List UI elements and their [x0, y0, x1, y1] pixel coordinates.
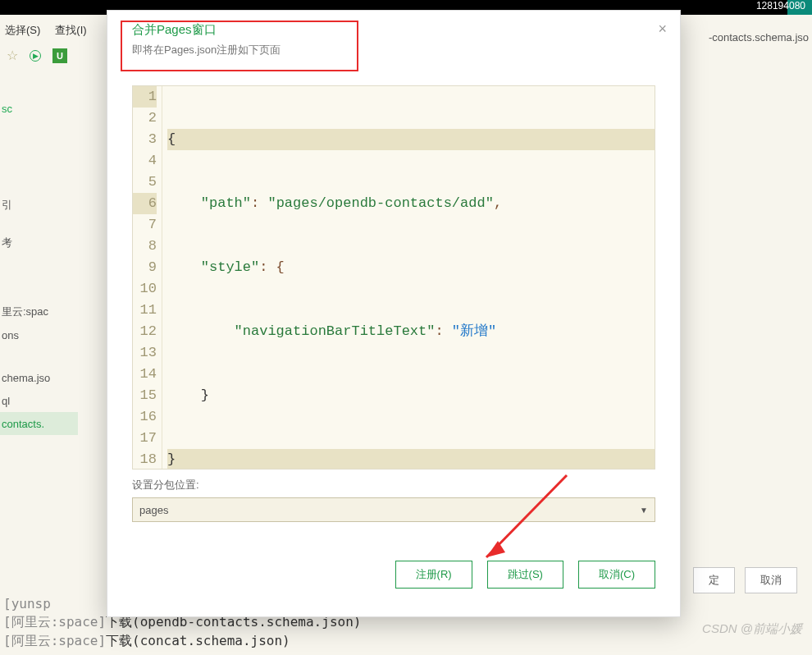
- outer-button-row: 定 取消: [693, 567, 797, 593]
- menu-find[interactable]: 查找(I): [55, 23, 86, 38]
- register-button[interactable]: 注册(R): [395, 561, 472, 589]
- dialog-header: 合并Pages窗口 即将在Pages.json注册如下页面: [107, 11, 680, 67]
- cancel-button[interactable]: 取消(C): [578, 561, 655, 589]
- chevron-down-icon: ▼: [640, 506, 648, 515]
- console-line: [阿里云:space]下载(concat.schema.json): [3, 632, 361, 650]
- left-item-selected[interactable]: contacts.: [0, 412, 78, 435]
- dialog-button-row: 注册(R) 跳过(S) 取消(C): [395, 561, 655, 589]
- left-item[interactable]: sc: [0, 97, 78, 120]
- svg-marker-1: [486, 541, 505, 557]
- dialog-title: 合并Pages窗口: [122, 22, 665, 38]
- subpackage-label: 设置分包位置:: [132, 478, 655, 492]
- outer-cancel-button[interactable]: 取消: [745, 567, 797, 593]
- app-logo-icon: U: [52, 48, 67, 63]
- left-item[interactable]: ons: [0, 323, 78, 346]
- play-icon[interactable]: ▶: [30, 50, 41, 62]
- outer-confirm-button[interactable]: 定: [693, 567, 735, 593]
- subpackage-value: pages: [139, 504, 168, 516]
- code-content[interactable]: { "path": "pages/opendb-contacts/add", "…: [162, 86, 655, 469]
- left-panel: sc 引 考 里云:spac ons chema.jso ql contacts…: [0, 97, 78, 435]
- left-item[interactable]: chema.jso: [0, 366, 78, 389]
- star-icon[interactable]: ☆: [7, 48, 18, 63]
- subpackage-section: 设置分包位置: pages ▼: [132, 478, 655, 522]
- subpackage-select[interactable]: pages ▼: [132, 497, 655, 522]
- menubar: 选择(S) 查找(I): [0, 23, 87, 38]
- topbar-id: 128194080: [756, 0, 805, 11]
- dialog-subtitle: 即将在Pages.json注册如下页面: [122, 43, 665, 57]
- left-item[interactable]: 考: [0, 231, 78, 254]
- iconbar: ☆ ▶ U: [7, 48, 67, 63]
- left-item[interactable]: ql: [0, 389, 78, 412]
- skip-button[interactable]: 跳过(S): [487, 561, 563, 589]
- line-gutter: 1 2 3 4 5 6 7 8 9 10 11 12 13 14 15 16 1…: [133, 86, 162, 469]
- code-editor[interactable]: 1 2 3 4 5 6 7 8 9 10 11 12 13 14 15 16 1…: [132, 85, 655, 469]
- left-item[interactable]: 里云:spac: [0, 300, 78, 323]
- watermark: CSDN @前端小媛: [702, 621, 802, 637]
- merge-pages-dialog: × 合并Pages窗口 即将在Pages.json注册如下页面 1 2 3 4 …: [107, 10, 681, 617]
- menu-select[interactable]: 选择(S): [5, 23, 40, 38]
- editor-tab-path[interactable]: -contacts.schema.jso: [709, 31, 809, 44]
- left-item[interactable]: 引: [0, 194, 78, 217]
